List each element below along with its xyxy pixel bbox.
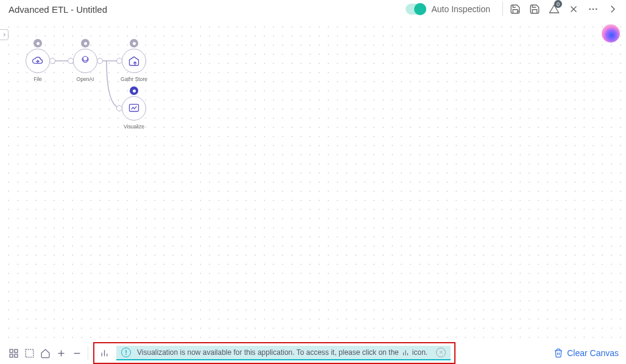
- port[interactable]: [116, 58, 122, 64]
- svg-rect-10: [10, 354, 13, 357]
- top-toolbar: Advanced ETL - Untitled Auto Inspection …: [0, 0, 626, 18]
- canvas[interactable]: File OpenAI Gathr Store Visualize: [0, 18, 626, 342]
- node-gathr-store[interactable]: Gathr Store: [119, 49, 149, 82]
- save-as-icon[interactable]: [508, 2, 522, 16]
- svg-rect-9: [14, 349, 17, 352]
- forward-icon[interactable]: [605, 2, 620, 16]
- port[interactable]: [97, 58, 103, 64]
- svg-point-3: [593, 9, 594, 10]
- close-icon[interactable]: [566, 2, 581, 16]
- toggle-knob: [414, 3, 426, 15]
- node-status-icon: [130, 86, 138, 95]
- node-status-icon: [33, 39, 42, 47]
- clear-canvas-label: Clear Canvas: [567, 348, 619, 358]
- node-label: Gathr Store: [121, 76, 147, 82]
- node-label: OpenAI: [77, 76, 94, 82]
- expand-palette-tab[interactable]: [0, 29, 9, 40]
- node-file[interactable]: File: [23, 49, 52, 82]
- port[interactable]: [49, 58, 55, 64]
- fit-icon[interactable]: [23, 347, 35, 359]
- notification-banner: ! Visualization is now available for thi…: [116, 346, 451, 360]
- notification-text: Visualization is now available for this …: [137, 348, 427, 357]
- clear-canvas-button[interactable]: Clear Canvas: [554, 348, 619, 358]
- page-title: Advanced ETL - Untitled: [6, 4, 406, 15]
- more-icon[interactable]: [586, 2, 600, 16]
- port[interactable]: [116, 105, 122, 111]
- visualization-icon[interactable]: [98, 347, 110, 359]
- node-status-icon: [130, 39, 138, 47]
- visualize-icon: [122, 96, 146, 121]
- zoom-in-icon[interactable]: [55, 347, 67, 359]
- node-status-icon: [81, 39, 90, 47]
- store-icon: [122, 49, 146, 73]
- header-actions: Auto Inspection 0: [406, 2, 620, 16]
- node-label: Visualize: [124, 124, 144, 130]
- svg-rect-12: [26, 349, 33, 357]
- info-icon: !: [121, 348, 131, 357]
- warnings-icon[interactable]: 0: [547, 2, 561, 16]
- warnings-badge: 0: [554, 0, 562, 8]
- notification-close-icon[interactable]: [436, 348, 446, 357]
- zoom-out-icon[interactable]: [71, 347, 83, 359]
- openai-icon: [73, 49, 97, 73]
- grid-icon[interactable]: [7, 347, 19, 359]
- view-controls: [7, 347, 83, 359]
- svg-point-4: [596, 9, 597, 10]
- node-label: File: [33, 76, 42, 82]
- svg-rect-11: [14, 354, 17, 357]
- divider: [88, 346, 88, 360]
- node-visualize[interactable]: Visualize: [119, 96, 149, 130]
- auto-inspection-toggle[interactable]: [406, 4, 426, 15]
- bottom-toolbar: ! Visualization is now available for thi…: [0, 342, 626, 364]
- port[interactable]: [68, 58, 74, 64]
- ai-assistant-bubble[interactable]: [602, 24, 620, 43]
- divider: [502, 2, 503, 16]
- node-openai[interactable]: OpenAI: [71, 49, 100, 82]
- svg-rect-8: [10, 349, 13, 352]
- highlighted-region: ! Visualization is now available for thi…: [93, 342, 455, 364]
- svg-point-2: [589, 9, 591, 10]
- save-icon[interactable]: [527, 2, 542, 16]
- home-icon[interactable]: [39, 347, 51, 359]
- auto-inspection-label: Auto Inspection: [431, 4, 490, 14]
- chart-icon: [401, 348, 410, 357]
- trash-icon: [554, 348, 563, 358]
- file-icon: [26, 49, 50, 73]
